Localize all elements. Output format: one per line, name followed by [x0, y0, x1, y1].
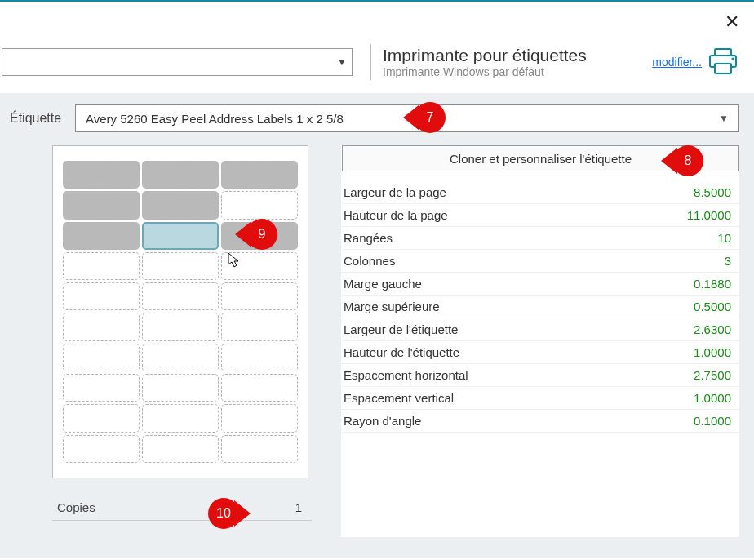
- label-cell[interactable]: [221, 404, 298, 432]
- property-value: 8.5000: [694, 185, 731, 199]
- label-cell[interactable]: [221, 252, 298, 280]
- property-label: Largeur de la page: [344, 185, 446, 199]
- etiquette-selected: Avery 5260 Easy Peel Address Labels 1 x …: [86, 112, 344, 126]
- label-cell[interactable]: [221, 344, 298, 371]
- modify-link[interactable]: modifier...: [652, 56, 702, 69]
- label-cell[interactable]: [142, 282, 219, 310]
- svg-rect-2: [715, 64, 731, 73]
- property-value: 1.0000: [694, 345, 731, 359]
- label-cell[interactable]: [142, 344, 219, 371]
- label-cell[interactable]: [142, 313, 219, 340]
- label-cell[interactable]: [142, 404, 219, 432]
- label-cell[interactable]: [221, 435, 298, 463]
- chevron-down-icon: ▼: [719, 113, 729, 124]
- property-label: Espacement horizontal: [344, 368, 468, 382]
- clone-customize-button[interactable]: Cloner et personnaliser l'étiquette: [342, 145, 739, 171]
- svg-rect-0: [715, 49, 731, 56]
- property-label: Hauteur de l'étiquette: [344, 345, 459, 359]
- property-label: Marge supérieure: [344, 300, 440, 313]
- label-cell[interactable]: [221, 282, 298, 310]
- property-row: Rangées10: [342, 227, 739, 250]
- label-cell[interactable]: [221, 222, 298, 250]
- label-cell[interactable]: [221, 161, 298, 189]
- label-cell[interactable]: [142, 222, 219, 250]
- property-value: 0.1000: [694, 414, 731, 428]
- property-label: Hauteur de la page: [344, 208, 448, 222]
- printer-icon[interactable]: [707, 47, 739, 77]
- label-cell[interactable]: [142, 374, 219, 402]
- property-label: Largeur de l'étiquette: [344, 322, 458, 336]
- property-row: Marge gauche0.1880: [342, 273, 739, 296]
- property-row: Largeur de l'étiquette2.6300: [342, 318, 739, 341]
- label-cell[interactable]: [142, 161, 219, 189]
- etiquette-label: Étiquette: [10, 111, 67, 126]
- label-sheet-preview[interactable]: [52, 145, 308, 478]
- label-cell[interactable]: [63, 404, 140, 432]
- property-row: Hauteur de l'étiquette1.0000: [342, 341, 739, 364]
- label-cell[interactable]: [142, 191, 219, 219]
- divider: [370, 44, 371, 80]
- property-value: 2.7500: [694, 368, 731, 382]
- property-label: Marge gauche: [344, 277, 422, 291]
- property-label: Rayon d'angle: [344, 414, 421, 428]
- property-value: 1.0000: [694, 391, 731, 405]
- label-cell[interactable]: [63, 222, 140, 250]
- label-cell[interactable]: [221, 313, 298, 340]
- svg-point-3: [731, 57, 734, 60]
- property-value: 2.6300: [694, 322, 731, 336]
- property-value: 11.0000: [687, 208, 731, 222]
- label-cell[interactable]: [63, 344, 140, 371]
- property-row: Hauteur de la page11.0000: [342, 204, 739, 227]
- property-value: 10: [717, 231, 731, 245]
- label-cell[interactable]: [63, 374, 140, 402]
- property-row: Espacement vertical1.0000: [342, 387, 739, 410]
- copies-label: Copies: [57, 500, 95, 514]
- close-icon[interactable]: ✕: [725, 11, 739, 33]
- property-label: Rangées: [344, 231, 393, 245]
- property-value: 3: [725, 254, 731, 268]
- property-value: 0.5000: [694, 300, 731, 313]
- label-cell[interactable]: [63, 252, 140, 280]
- property-row: Marge supérieure0.5000: [342, 296, 739, 318]
- property-row: Colonnes3: [342, 250, 739, 273]
- label-cell[interactable]: [142, 435, 219, 463]
- label-cell[interactable]: [221, 191, 298, 219]
- property-row: Rayon d'angle0.1000: [342, 410, 739, 433]
- label-cell[interactable]: [142, 252, 219, 280]
- properties-panel: Cloner et personnaliser l'étiquette Larg…: [341, 145, 739, 537]
- label-cell[interactable]: [63, 282, 140, 310]
- label-cell[interactable]: [63, 313, 140, 340]
- label-cell[interactable]: [221, 374, 298, 402]
- printer-subtitle: Imprimante Windows par défaut: [383, 65, 641, 78]
- property-label: Espacement vertical: [344, 391, 454, 405]
- chevron-down-icon: ▼: [337, 56, 347, 68]
- printer-title: Imprimante pour étiquettes: [383, 46, 641, 65]
- property-row: Espacement horizontal2.7500: [342, 364, 739, 387]
- label-cell[interactable]: [63, 161, 140, 189]
- property-row: Largeur de la page8.5000: [342, 181, 739, 204]
- etiquette-dropdown[interactable]: Avery 5260 Easy Peel Address Labels 1 x …: [75, 104, 739, 132]
- label-cell[interactable]: [63, 435, 140, 463]
- property-label: Colonnes: [344, 254, 395, 268]
- label-cell[interactable]: [63, 191, 140, 219]
- copies-value[interactable]: 1: [295, 500, 307, 514]
- property-value: 0.1880: [694, 277, 731, 291]
- top-dropdown[interactable]: ▼: [2, 48, 353, 76]
